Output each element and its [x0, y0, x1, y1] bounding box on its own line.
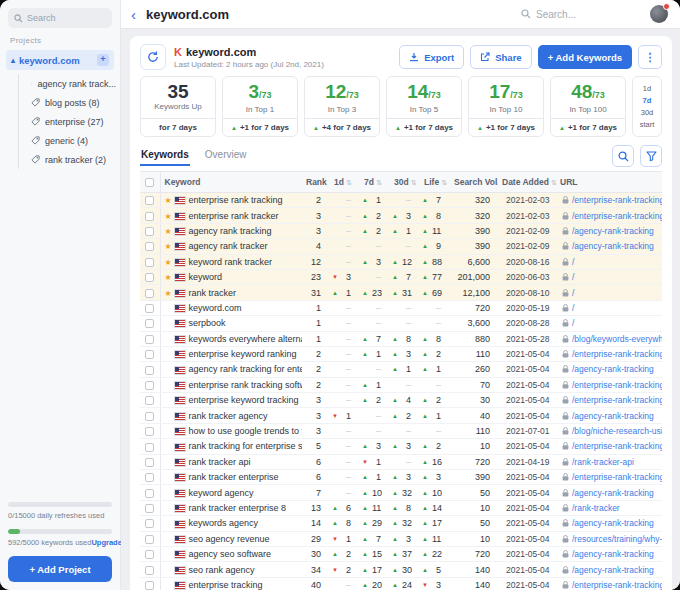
url-link[interactable]: /rank-tracker: [572, 503, 620, 513]
add-project-button[interactable]: + Add Project: [8, 556, 112, 582]
url-link[interactable]: /blog/niche-research-using-goo: [572, 426, 662, 436]
keyword-cell[interactable]: keywords agency: [160, 516, 302, 531]
star-icon[interactable]: ★: [165, 227, 175, 236]
row-checkbox[interactable]: [140, 316, 160, 331]
tab-keywords[interactable]: Keywords: [140, 146, 190, 166]
row-checkbox[interactable]: [140, 269, 160, 284]
url-link[interactable]: /agency-rank-tracking: [572, 241, 654, 251]
keyword-cell[interactable]: ★keyword: [160, 269, 302, 284]
keyword-cell[interactable]: rank tracker enterprise 8: [160, 500, 302, 515]
share-button[interactable]: Share: [470, 45, 531, 69]
sidebar-tag-item[interactable]: rank tracker (2): [19, 150, 120, 169]
star-icon[interactable]: ★: [165, 242, 175, 251]
url-link[interactable]: /resources/training/why-your-s...: [572, 534, 662, 544]
column-header-rank[interactable]: Rank ⇅: [302, 172, 330, 193]
row-checkbox[interactable]: [140, 239, 160, 254]
keyword-cell[interactable]: rank tracker api: [160, 454, 302, 469]
row-checkbox[interactable]: [140, 423, 160, 438]
period-option-30d[interactable]: 30d: [633, 107, 661, 119]
url-link[interactable]: /agency-rank-tracking: [572, 226, 654, 236]
row-checkbox[interactable]: [140, 516, 160, 531]
row-checkbox[interactable]: [140, 285, 160, 300]
period-option-start[interactable]: start: [633, 119, 661, 131]
url-link[interactable]: /: [572, 257, 574, 267]
star-icon[interactable]: ★: [165, 258, 175, 267]
avatar[interactable]: [650, 5, 668, 23]
url-link[interactable]: /agency-rank-tracking: [572, 565, 654, 575]
keyword-cell[interactable]: enterprise tracking: [160, 577, 302, 590]
url-link[interactable]: /enterprise-rank-tracking: [572, 472, 662, 482]
sidebar-item-project-keyword-com[interactable]: ▴ keyword.com +: [6, 50, 114, 70]
keyword-cell[interactable]: agency rank tracking for enterprise com.…: [160, 362, 302, 377]
url-link[interactable]: /enterprise-rank-tracking: [572, 580, 662, 590]
column-header-life[interactable]: Life ⇅: [420, 172, 450, 193]
row-checkbox[interactable]: [140, 454, 160, 469]
keyword-cell[interactable]: enterprise keyword tracking: [160, 393, 302, 408]
keyword-cell[interactable]: ★agency rank tracker: [160, 239, 302, 254]
sidebar-search-input[interactable]: Search: [8, 8, 112, 28]
period-option-1d[interactable]: 1d: [633, 83, 661, 95]
row-checkbox[interactable]: [140, 331, 160, 346]
keyword-cell[interactable]: ★keyword rank tracker: [160, 254, 302, 269]
url-link[interactable]: /agency-rank-tracking: [572, 411, 654, 421]
star-icon[interactable]: ★: [165, 273, 175, 282]
global-search-input[interactable]: Search...: [521, 9, 576, 20]
star-icon[interactable]: ★: [165, 289, 175, 298]
url-link[interactable]: /agency-rank-tracking: [572, 549, 654, 559]
star-icon[interactable]: ★: [165, 212, 175, 221]
add-tag-button[interactable]: +: [97, 54, 109, 66]
url-link[interactable]: /rank-tracker-api: [572, 457, 634, 467]
keyword-cell[interactable]: rank tracker agency: [160, 408, 302, 423]
row-checkbox[interactable]: [140, 393, 160, 408]
column-header-search-vol-[interactable]: Search Vol. ⇅: [450, 172, 498, 193]
url-link[interactable]: /enterprise-rank-tracking: [572, 211, 662, 221]
row-checkbox[interactable]: [140, 546, 160, 561]
url-link[interactable]: /: [572, 303, 574, 313]
row-checkbox[interactable]: [140, 300, 160, 315]
add-keywords-button[interactable]: + Add Keywords: [538, 45, 632, 69]
url-link[interactable]: /agency-rank-tracking: [572, 364, 654, 374]
row-checkbox[interactable]: [140, 377, 160, 392]
url-link[interactable]: /enterprise-rank-tracking: [572, 395, 662, 405]
star-icon[interactable]: ★: [165, 196, 175, 205]
row-checkbox[interactable]: [140, 362, 160, 377]
row-checkbox[interactable]: [140, 408, 160, 423]
back-chevron-icon[interactable]: ‹: [129, 7, 138, 22]
tab-overview[interactable]: Overview: [204, 146, 248, 166]
url-link[interactable]: /enterprise-rank-tracking: [572, 441, 662, 451]
row-checkbox[interactable]: [140, 193, 160, 208]
more-options-button[interactable]: ⋮: [638, 45, 662, 69]
row-checkbox[interactable]: [140, 577, 160, 590]
table-search-button[interactable]: [612, 145, 634, 167]
keyword-cell[interactable]: enterprise rank tracking software: [160, 377, 302, 392]
url-link[interactable]: /: [572, 272, 574, 282]
keyword-cell[interactable]: seo agency revenue: [160, 531, 302, 546]
row-checkbox[interactable]: [140, 439, 160, 454]
url-link[interactable]: /blog/keywords-everywhere-alt...: [572, 334, 662, 344]
keyword-cell[interactable]: rank tracker enterprise: [160, 470, 302, 485]
period-option-7d[interactable]: 7d: [633, 95, 661, 107]
row-checkbox[interactable]: [140, 223, 160, 238]
url-link[interactable]: /: [572, 288, 574, 298]
url-link[interactable]: /agency-rank-tracking: [572, 518, 654, 528]
column-header-7d[interactable]: 7d ⇅: [360, 172, 390, 193]
keyword-cell[interactable]: seo rank agency: [160, 562, 302, 577]
row-checkbox[interactable]: [140, 208, 160, 223]
row-checkbox[interactable]: [140, 470, 160, 485]
keyword-cell[interactable]: rank tracking for enterprise seo: [160, 439, 302, 454]
url-link[interactable]: /enterprise-rank-tracking: [572, 195, 662, 205]
url-link[interactable]: /enterprise-rank-tracking: [572, 380, 662, 390]
keyword-cell[interactable]: agency seo software: [160, 546, 302, 561]
row-checkbox[interactable]: [140, 500, 160, 515]
keyword-cell[interactable]: ★enterprise rank tracking: [160, 193, 302, 208]
collapse-caret-icon[interactable]: ▴: [11, 56, 15, 65]
row-checkbox[interactable]: [140, 485, 160, 500]
export-button[interactable]: Export: [399, 45, 464, 69]
row-checkbox[interactable]: [140, 562, 160, 577]
url-link[interactable]: /agency-rank-tracking: [572, 488, 654, 498]
keyword-cell[interactable]: keywords everywhere alternative: [160, 331, 302, 346]
select-all-checkbox[interactable]: [140, 172, 160, 193]
keyword-cell[interactable]: ★rank tracker: [160, 285, 302, 300]
row-checkbox[interactable]: [140, 254, 160, 269]
column-header-30d[interactable]: 30d ⇅: [390, 172, 420, 193]
